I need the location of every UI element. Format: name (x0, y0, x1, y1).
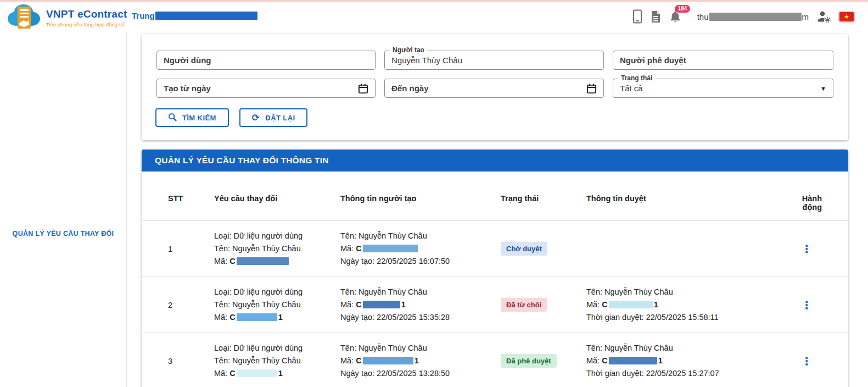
smartphone-icon (632, 9, 642, 24)
creator-info-cell: Tên: Nguyễn Thùy Châu Mã: C1 Ngày tạo: 2… (340, 286, 501, 324)
code-start: C (229, 369, 235, 378)
search-button[interactable]: TÌM KIẾM (155, 108, 229, 127)
date-to-input[interactable]: Đến ngày (384, 79, 604, 98)
redacted-code (237, 369, 277, 377)
user-filter-input[interactable]: Người dùng (156, 51, 376, 70)
app-logo[interactable]: VNPT eContract Tiên phong nền tảng hợp đ… (5, 2, 127, 33)
status-cell: Đã từ chối (501, 298, 586, 312)
creator-filter-label: Người tạo (390, 47, 427, 54)
reset-button[interactable]: ⟳ ĐẶT LẠI (239, 108, 308, 127)
user-email[interactable]: thum (697, 12, 809, 21)
code-suffix: 1 (654, 300, 658, 309)
calendar-icon[interactable] (358, 83, 368, 94)
request-info-cell: Loại: Dữ liệu người dùng Tên: Nguyễn Thù… (214, 230, 340, 268)
column-header-status: Trạng thái (501, 194, 586, 212)
code-suffix: 1 (278, 369, 283, 378)
code-start: C (602, 356, 607, 365)
creator-code: Mã: C1 (340, 355, 501, 367)
code-start: C (356, 300, 361, 309)
approver-code: Mã: C1 (586, 355, 789, 367)
code-start: C (229, 257, 235, 266)
request-name: Tên: Nguyễn Thùy Châu (214, 242, 340, 255)
creator-filter-input[interactable]: Người tạo Nguyễn Thùy Châu (384, 51, 604, 70)
date-from-placeholder: Tạo từ ngày (164, 84, 211, 93)
row-index: 2 (168, 301, 214, 309)
notifications-button[interactable]: 184 (669, 10, 681, 23)
creator-name: Tên: Nguyễn Thùy Châu (340, 230, 501, 242)
sidebar: QUẢN LÝ YÊU CẦU THAY ĐỔI (0, 33, 127, 387)
row-actions-menu-button[interactable]: ⋮ (798, 241, 815, 257)
user-email-suffix: m (802, 12, 809, 21)
code-start: C (229, 313, 235, 322)
row-actions-menu-button[interactable]: ⋮ (798, 297, 815, 313)
approver-filter-input[interactable]: Người phê duyệt (613, 51, 833, 70)
status-filter-label: Trạng thái (618, 75, 655, 82)
actions-cell: ⋮ (789, 297, 822, 313)
request-info-cell: Loại: Dữ liệu người dùng Tên: Nguyễn Thù… (214, 286, 340, 324)
mobile-app-button[interactable] (632, 9, 642, 24)
redacted-code (237, 257, 289, 265)
redacted-code (609, 301, 653, 308)
creator-name: Tên: Nguyễn Thùy Châu (340, 286, 501, 298)
redacted-code (237, 313, 277, 321)
status-badge: Chờ duyệt (501, 242, 547, 256)
approval-info-cell: Tên: Nguyễn Thùy Châu Mã: C1 Thời gian d… (586, 342, 789, 380)
approver-code: Mã: C1 (586, 298, 789, 311)
code-start: C (356, 244, 361, 253)
creator-code: Mã: C1 (340, 298, 501, 311)
request-type: Loại: Dữ liệu người dùng (214, 286, 340, 298)
created-date: Ngày tạo: 22/05/2025 15:35:28 (340, 311, 501, 324)
created-date: Ngày tạo: 22/05/2025 16:07:50 (340, 255, 501, 268)
status-badge: Đã từ chối (501, 298, 547, 312)
row-index: 3 (168, 357, 214, 366)
app-header: VNPT eContract Tiên phong nền tảng hợp đ… (0, 0, 868, 33)
approval-time: Thời gian duyệt: 22/05/2025 15:27:07 (586, 367, 789, 380)
sidebar-item-quan-ly-yeu-cau[interactable]: QUẢN LÝ YÊU CẦU THAY ĐỔI (0, 230, 126, 237)
account-settings-button[interactable] (817, 10, 831, 23)
creator-name: Tên: Nguyễn Thùy Châu (340, 342, 501, 355)
request-management-panel: QUẢN LÝ YÊU CẦU THAY ĐỔI THÔNG TIN STT Y… (142, 150, 848, 387)
redacted-code (363, 357, 413, 364)
chevron-down-icon: ▼ (820, 85, 826, 92)
table-row: 2 Loại: Dữ liệu người dùng Tên: Nguyễn T… (142, 277, 848, 333)
logo-title: VNPT eContract (46, 8, 127, 20)
redacted-code (363, 301, 400, 308)
actions-cell: ⋮ (789, 353, 822, 369)
request-code: Mã: C1 (214, 311, 340, 324)
table-row: 1 Loại: Dữ liệu người dùng Tên: Nguyễn T… (142, 221, 848, 277)
approval-time: Thời gian duyệt: 22/05/2025 15:58:11 (586, 311, 789, 324)
code-label: Mã: (586, 356, 602, 365)
documents-button[interactable] (651, 10, 661, 23)
code-start: C (602, 300, 607, 309)
calendar-icon[interactable] (586, 83, 597, 94)
approver-filter-placeholder: Người phê duyệt (620, 56, 686, 65)
request-type: Loại: Dữ liệu người dùng (214, 230, 340, 242)
request-info-cell: Loại: Dữ liệu người dùng Tên: Nguyễn Thù… (214, 342, 340, 380)
actions-cell: ⋮ (789, 241, 822, 257)
econtract-logo-icon (5, 2, 42, 33)
flag-star-icon: ★ (844, 13, 849, 20)
created-date: Ngày tạo: 22/05/2025 13:28:50 (340, 367, 501, 380)
status-cell: Chờ duyệt (501, 242, 586, 256)
reset-button-label: ĐẶT LẠI (265, 114, 295, 122)
code-label: Mã: (340, 244, 356, 253)
notification-count-badge: 184 (675, 5, 691, 13)
redacted-code (609, 357, 657, 364)
code-label: Mã: (586, 300, 602, 309)
code-label: Mã: (340, 300, 356, 309)
row-index: 1 (168, 245, 214, 253)
code-suffix: 1 (401, 300, 406, 309)
request-code: Mã: C1 (214, 367, 340, 380)
header-actions: 184 thum ★ (632, 0, 854, 33)
row-actions-menu-button[interactable]: ⋮ (798, 353, 815, 369)
status-filter-select[interactable]: Trạng thái Tất cả ▼ (613, 79, 833, 98)
user-filter-placeholder: Người dùng (164, 56, 211, 65)
date-from-input[interactable]: Tạo từ ngày (156, 79, 376, 98)
panel-title: QUẢN LÝ YÊU CẦU THAY ĐỔI THÔNG TIN (142, 150, 848, 172)
code-label: Mã: (214, 313, 229, 322)
request-name: Tên: Nguyễn Thùy Châu (214, 355, 340, 367)
breadcrumb[interactable]: Trung (132, 11, 257, 20)
creator-code: Mã: C (340, 242, 501, 255)
request-type: Loại: Dữ liệu người dùng (214, 342, 340, 355)
language-flag-vietnam[interactable]: ★ (839, 12, 854, 21)
